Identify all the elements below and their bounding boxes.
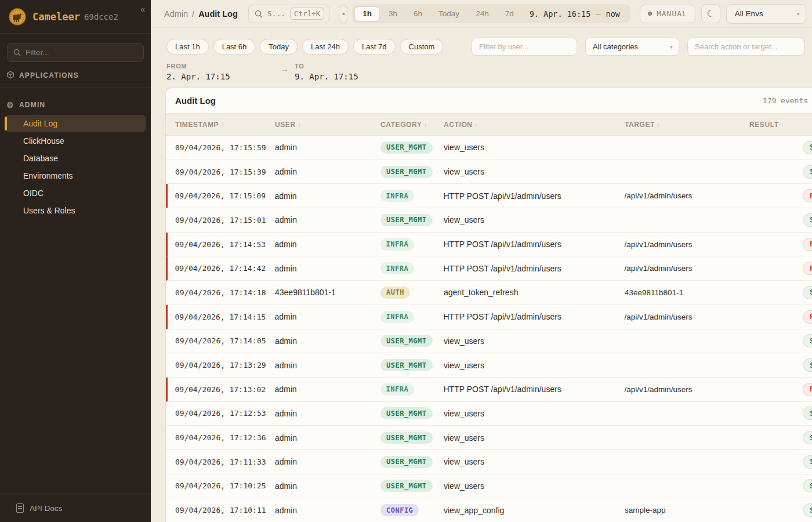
sidebar-item-database[interactable]: Database (5, 150, 146, 167)
time-range-segmented-control: 1h3h6hToday24h7d 9. Apr. 16:15 — now (352, 4, 630, 23)
cell-timestamp: 09/04/2026, 17:14:15 (175, 313, 275, 321)
column-header-action[interactable]: ACTION ↕ (444, 121, 625, 129)
global-search-button[interactable]: S... Ctrl+K (248, 5, 329, 23)
table-row[interactable]: 09/04/2026, 17:13:02 admin INFRA HTTP PO… (166, 378, 812, 402)
table-row[interactable]: 09/04/2026, 17:14:05 admin USER_MGMT vie… (166, 329, 812, 354)
cell-user: admin (275, 167, 380, 176)
breadcrumb-separator: / (192, 9, 194, 19)
cell-timestamp: 09/04/2026, 17:15:01 (175, 216, 275, 224)
action-target-search-input[interactable]: Search action or target... (687, 38, 804, 56)
column-header-result[interactable]: RESULT ↕ (749, 121, 784, 129)
gear-icon: ⚙ (6, 100, 15, 110)
cell-timestamp: 09/04/2026, 17:13:02 (175, 385, 275, 394)
from-block[interactable]: FROM 2. Apr. 17:15 (166, 63, 281, 81)
chevron-down-icon: ▾ (797, 10, 800, 17)
to-label: TO (295, 63, 358, 70)
sidebar-item-environments[interactable]: Environments (5, 167, 146, 184)
result-badge: SUCCESS (803, 431, 812, 444)
column-header-category[interactable]: CATEGORY ↕ (380, 121, 444, 129)
table-row[interactable]: 09/04/2026, 17:14:42 admin INFRA HTTP PO… (166, 256, 812, 281)
category-select-value: All categories (593, 42, 638, 51)
cell-timestamp: 09/04/2026, 17:10:25 (175, 481, 275, 490)
manual-mode-button[interactable]: MANUAL (640, 5, 695, 23)
sidebar-item-audit-log[interactable]: Audit Log (5, 115, 146, 132)
chip-last-24h[interactable]: Last 24h (302, 39, 349, 55)
from-value: 2. Apr. 17:15 (166, 72, 281, 81)
category-badge: INFRA (380, 383, 415, 396)
chip-last-6h[interactable]: Last 6h (213, 39, 256, 55)
time-range-display[interactable]: 9. Apr. 16:15 — now (523, 9, 628, 19)
time-range-today[interactable]: Today (431, 6, 467, 21)
live-indicator-button[interactable]: ◂ (339, 5, 347, 23)
cell-user: admin (275, 457, 380, 466)
result-badge: SUCCESS (803, 286, 812, 299)
table-row[interactable]: 09/04/2026, 17:15:01 admin USER_MGMT vie… (166, 208, 812, 233)
brand-version: 69dcce2 (84, 12, 118, 21)
sidebar-item-clickhouse[interactable]: ClickHouse (5, 132, 146, 150)
cell-user: admin (275, 143, 380, 152)
cell-timestamp: 09/04/2026, 17:13:29 (175, 361, 275, 369)
sidebar-section-applications[interactable]: APPLICATIONS (0, 67, 151, 84)
table-row[interactable]: 09/04/2026, 17:14:18 43ee9811b801-1 AUTH… (166, 281, 812, 305)
category-badge: USER_MGMT (380, 142, 433, 154)
chip-custom[interactable]: Custom (400, 39, 444, 55)
time-range-3h[interactable]: 3h (381, 6, 405, 21)
table-row[interactable]: 09/04/2026, 17:10:25 admin USER_MGMT vie… (166, 474, 812, 499)
cell-timestamp: 09/04/2026, 17:15:59 (175, 143, 275, 152)
table-row[interactable]: 09/04/2026, 17:15:59 admin USER_MGMT vie… (166, 136, 812, 160)
arrow-right-icon: → (281, 64, 289, 74)
time-range-7d[interactable]: 7d (498, 6, 521, 21)
column-header-target[interactable]: TARGET ↕ (625, 121, 749, 129)
chip-last-7d[interactable]: Last 7d (353, 39, 396, 55)
result-badge: SUCCESS (803, 165, 812, 179)
sidebar-item-oidc[interactable]: OIDC (5, 184, 146, 202)
range-from: 9. Apr. 16:15 (530, 9, 591, 19)
result-badge: FAILURE (803, 189, 812, 202)
result-badge: FAILURE (803, 238, 812, 251)
to-value: 9. Apr. 17:15 (295, 72, 358, 81)
sidebar-collapse-icon[interactable]: « (140, 5, 145, 13)
table-row[interactable]: 09/04/2026, 17:14:15 admin INFRA HTTP PO… (166, 305, 812, 329)
time-range-6h[interactable]: 6h (406, 6, 430, 21)
category-select[interactable]: All categories ▾ (585, 38, 679, 56)
column-header-user[interactable]: USER ↕ (275, 121, 380, 129)
sidebar-item-api-docs[interactable]: API Docs (0, 494, 151, 522)
env-select-value: All Envs (735, 9, 763, 18)
table-row[interactable]: 09/04/2026, 17:12:36 admin USER_MGMT vie… (166, 426, 812, 450)
time-range-1h[interactable]: 1h (354, 6, 380, 21)
manual-dot-icon (648, 12, 652, 16)
cell-timestamp: 09/04/2026, 17:14:53 (175, 240, 275, 249)
chip-last-1h[interactable]: Last 1h (166, 39, 209, 55)
user-filter-input[interactable]: Filter by user... (472, 38, 577, 56)
table-row[interactable]: 09/04/2026, 17:15:39 admin USER_MGMT vie… (166, 160, 812, 184)
sidebar-section-admin[interactable]: ⚙ ADMIN (0, 96, 151, 114)
manual-label: MANUAL (657, 9, 687, 18)
dark-mode-toggle-button[interactable]: ☾ (701, 4, 720, 23)
sidebar-item-users-roles[interactable]: Users & Roles (5, 202, 146, 219)
to-block[interactable]: TO 9. Apr. 17:15 (295, 63, 358, 81)
from-label: FROM (166, 63, 281, 70)
cube-icon (6, 71, 15, 81)
sidebar-filter-input[interactable]: Filter... (7, 43, 144, 62)
cell-user: admin (275, 215, 380, 224)
environment-select[interactable]: All Envs ▾ (726, 4, 806, 24)
sort-icon: ↕ (475, 122, 478, 128)
table-row[interactable]: 09/04/2026, 17:11:33 admin USER_MGMT vie… (166, 450, 812, 474)
sort-icon: ↕ (221, 122, 224, 128)
cell-target: /api/v1/admin/users (625, 191, 749, 200)
table-row[interactable]: 09/04/2026, 17:14:53 admin INFRA HTTP PO… (166, 233, 812, 257)
time-range-24h[interactable]: 24h (468, 6, 496, 21)
chip-today[interactable]: Today (260, 39, 298, 55)
category-badge: USER_MGMT (380, 480, 433, 492)
table-row[interactable]: 09/04/2026, 17:12:53 admin USER_MGMT vie… (166, 402, 812, 426)
sidebar-filter-placeholder: Filter... (26, 48, 49, 57)
column-header-timestamp[interactable]: TIMESTAMP ↕ (175, 121, 275, 129)
result-badge: FAILURE (803, 310, 812, 324)
table-row[interactable]: 09/04/2026, 17:15:09 admin INFRA HTTP PO… (166, 184, 812, 208)
sort-icon: ↕ (657, 122, 660, 128)
breadcrumb-parent[interactable]: Admin (164, 9, 188, 19)
cell-user: 43ee9811b801-1 (275, 288, 380, 297)
table-row[interactable]: 09/04/2026, 17:10:11 admin CONFIG view_a… (166, 498, 812, 522)
table-row[interactable]: 09/04/2026, 17:13:29 admin USER_MGMT vie… (166, 353, 812, 378)
moon-icon: ☾ (706, 8, 715, 19)
